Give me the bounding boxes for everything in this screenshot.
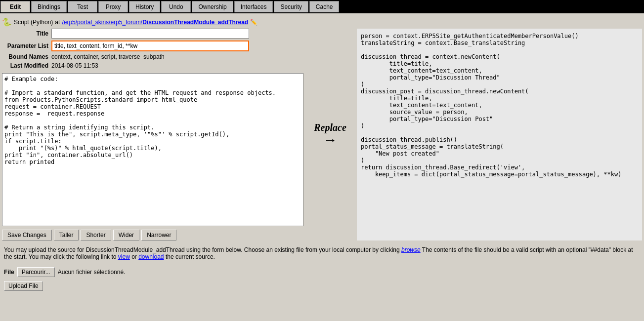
modified-label: Last Modified xyxy=(2,62,51,69)
browse-button[interactable]: Parcourir... xyxy=(17,267,55,277)
tab-interfaces[interactable]: Interfaces xyxy=(234,1,273,12)
param-row: Parameter List xyxy=(2,40,303,51)
script-type-label: Script (Python) xyxy=(14,19,53,26)
tab-bindings[interactable]: Bindings xyxy=(31,1,67,12)
replace-arrow-icon: → xyxy=(314,133,346,147)
at-label: at xyxy=(55,19,60,26)
param-input[interactable] xyxy=(51,40,249,51)
tab-proxy[interactable]: Proxy xyxy=(98,1,128,12)
tab-ownership[interactable]: Ownership xyxy=(192,1,233,12)
button-bar: Save Changes Taller Shorter Wider Narrow… xyxy=(2,230,303,241)
file-none-label: Aucun fichier sélectionné. xyxy=(58,269,126,276)
bound-row: Bound Names context, container, script, … xyxy=(2,53,303,60)
download-link[interactable]: download xyxy=(138,253,164,260)
script-header: 🐍 Script (Python) at /erp5/portal_skins/… xyxy=(2,15,642,29)
file-label: File xyxy=(4,269,14,276)
path-prefix[interactable]: /erp5/portal_skins/erp5_forum/ xyxy=(62,19,142,26)
upload-button[interactable]: Upload File xyxy=(4,281,43,291)
replace-section: Replace → xyxy=(305,29,355,241)
replace-label: Replace xyxy=(314,122,346,133)
wider-button[interactable]: Wider xyxy=(113,230,139,241)
upload-row: Upload File xyxy=(2,281,642,291)
file-upload-row: File Parcourir... Aucun fichier sélectio… xyxy=(2,265,642,279)
save-button[interactable]: Save Changes xyxy=(2,230,52,241)
edit-pencil-icon[interactable]: ✏️ xyxy=(250,19,258,26)
replace-overlay: Replace → xyxy=(314,122,346,147)
shorter-button[interactable]: Shorter xyxy=(81,230,111,241)
info-text-1: You may upload the source for Discussion… xyxy=(4,246,400,253)
narrower-button[interactable]: Narrower xyxy=(141,230,176,241)
right-code: person = context.ERP5Site_getAuthenticat… xyxy=(361,33,638,178)
tab-history[interactable]: History xyxy=(129,1,160,12)
main-content: 🐍 Script (Python) at /erp5/portal_skins/… xyxy=(0,13,644,295)
tab-edit[interactable]: Edit xyxy=(0,1,30,12)
right-panel: person = context.ERP5Site_getAuthenticat… xyxy=(357,29,642,241)
tab-security[interactable]: Security xyxy=(274,1,308,12)
script-name-link[interactable]: DiscussionThreadModule_addThread xyxy=(142,19,248,26)
view-link[interactable]: view xyxy=(118,253,130,260)
bound-label: Bound Names xyxy=(2,53,51,60)
modified-value: 2014-08-05 11:53 xyxy=(51,62,98,69)
taller-button[interactable]: Taller xyxy=(54,230,79,241)
script-path: /erp5/portal_skins/erp5_forum/Discussion… xyxy=(62,19,248,26)
python-icon: 🐍 xyxy=(2,17,12,27)
info-or: or xyxy=(131,253,137,260)
tab-undo[interactable]: Undo xyxy=(161,1,191,12)
code-editor[interactable] xyxy=(2,73,303,226)
tab-test[interactable]: Test xyxy=(68,1,97,12)
tab-cache[interactable]: Cache xyxy=(309,1,340,12)
info-text-area: You may upload the source for Discussion… xyxy=(2,244,642,262)
left-panel: Title Parameter List Bound Names context… xyxy=(2,29,303,241)
browse-link[interactable]: browse xyxy=(401,246,421,253)
modified-row: Last Modified 2014-08-05 11:53 xyxy=(2,62,303,69)
param-label: Parameter List xyxy=(2,42,51,49)
form-area: Title Parameter List Bound Names context… xyxy=(2,29,642,241)
title-label: Title xyxy=(2,30,51,37)
title-row: Title xyxy=(2,29,303,39)
bound-value: context, container, script, traverse_sub… xyxy=(51,53,165,60)
info-text-3: the current source. xyxy=(166,253,215,260)
title-input[interactable] xyxy=(51,29,249,39)
tab-bar: Edit Bindings Test Proxy History Undo Ow… xyxy=(0,0,644,13)
